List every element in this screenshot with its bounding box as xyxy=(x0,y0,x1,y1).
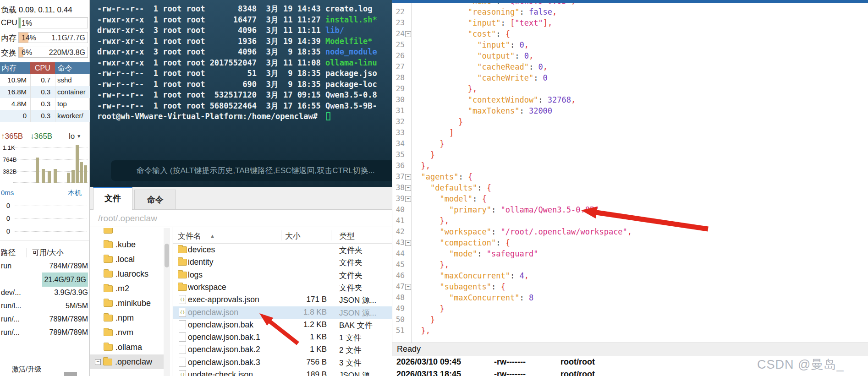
code-line[interactable]: "cost": { xyxy=(412,28,868,39)
code-line[interactable]: "mode": "safeguard" xyxy=(412,248,868,259)
line-number[interactable]: 47 xyxy=(392,281,411,292)
code-line[interactable]: }, xyxy=(412,83,868,94)
code-line[interactable]: } xyxy=(412,116,868,127)
directory-tree: .kube.local.luarocks.m2.minikube.npm.nvm… xyxy=(90,228,164,376)
tree-item-luarocks[interactable]: .luarocks xyxy=(90,267,164,281)
line-number[interactable]: 37 xyxy=(392,171,411,182)
code-line[interactable]: "reasoning": false, xyxy=(412,6,868,17)
tree-item-kube[interactable]: .kube xyxy=(90,237,164,252)
ping-target[interactable]: 本机 xyxy=(68,189,82,197)
code-line[interactable]: }, xyxy=(412,215,868,226)
tab-commands[interactable]: 命令 xyxy=(134,190,176,210)
code-line[interactable]: "primary": "ollama/Qwen3.5-0.8B" xyxy=(412,204,868,215)
tree-scrollbar-thumb[interactable] xyxy=(165,244,169,267)
process-col-cpu[interactable]: CPU xyxy=(30,62,55,74)
code-line[interactable]: "maxConcurrent": 4, xyxy=(412,270,868,281)
code-line[interactable]: } xyxy=(412,138,868,149)
cpu-gauge-fill xyxy=(19,18,21,28)
editor-status-bar: Ready xyxy=(392,343,868,356)
terminal-panel[interactable]: -rw-r--r-- 1 root root 8348 3月 19 14:43 … xyxy=(90,0,392,187)
expander-icon[interactable] xyxy=(95,359,101,365)
code-line[interactable]: "subagents": { xyxy=(412,281,868,292)
tree-item-npm[interactable]: .npm xyxy=(90,311,164,325)
code-line[interactable]: "agents": { xyxy=(412,171,868,182)
interface-dropdown[interactable]: lo xyxy=(69,132,81,141)
code-line[interactable]: } xyxy=(412,314,868,325)
tree-item-ollama[interactable]: .ollama xyxy=(90,340,164,354)
code-line[interactable]: }, xyxy=(412,325,868,336)
folder-icon xyxy=(104,228,113,234)
disk-row: dev/...3.9G/3.9G xyxy=(0,286,90,299)
upload-rate: ↑365B xyxy=(1,132,23,141)
line-number: 27 xyxy=(392,61,411,72)
file-icon xyxy=(179,358,186,367)
editor-body[interactable]: 2122232425262728293031323334353637383940… xyxy=(392,3,868,343)
line-number[interactable]: 43 xyxy=(392,237,411,248)
code-line[interactable]: }, xyxy=(412,160,868,171)
line-number[interactable]: 38 xyxy=(392,182,411,193)
tree-item-nvm[interactable]: .nvm xyxy=(90,325,164,340)
code-line[interactable]: "compaction": { xyxy=(412,237,868,248)
ping-row: 0 xyxy=(0,200,90,213)
code-line[interactable]: "cacheRead": 0, xyxy=(412,61,868,72)
tree-scrollbar[interactable] xyxy=(164,228,170,376)
tree-item-m2[interactable]: .m2 xyxy=(90,281,164,296)
tree-item-openclaw[interactable]: .openclaw xyxy=(90,354,164,369)
command-input-hint[interactable]: 命令输入 (按ALT键提示历史,TAB键路径,ESC键返回,双击CTRL切换..… xyxy=(111,160,392,181)
code-line[interactable]: "contextWindow": 32768, xyxy=(412,94,868,105)
process-row[interactable]: 10.9M0.7sshd xyxy=(0,74,90,86)
line-number: 31 xyxy=(392,105,411,116)
line-number: 21 xyxy=(392,3,411,6)
editor-code[interactable]: "name": "Qwen3.5-0.8B", "reasoning": fal… xyxy=(412,3,868,343)
code-line[interactable]: "maxConcurrent": 8 xyxy=(412,292,868,303)
memory-gauge-bar: 14% 1.1G/7.7G xyxy=(18,32,88,43)
process-col-command[interactable]: 命令 xyxy=(55,62,90,74)
line-number[interactable]: 24 xyxy=(392,28,411,39)
process-row[interactable]: 00.3kworker/ xyxy=(0,110,90,122)
terminal-prompt[interactable]: root@wh-VMware-Virtual-Platform:/home/op… xyxy=(97,111,392,122)
process-row[interactable]: 16.8M0.3container xyxy=(0,86,90,98)
line-number[interactable]: 39 xyxy=(392,193,411,204)
column-type[interactable]: 类型 xyxy=(339,231,355,241)
column-filename[interactable]: 文件名 xyxy=(178,231,201,241)
code-line[interactable]: "workspace": "/root/.openclaw/workspace"… xyxy=(412,226,868,237)
terminal-line: -rw-r--r-- 1 root root 5680522464 3月 17 … xyxy=(97,101,392,112)
line-number: 30 xyxy=(392,94,411,105)
code-line[interactable]: "output": 0, xyxy=(412,50,868,61)
terminal-line: -rw-r--r-- 1 root root 532517120 3月 17 0… xyxy=(97,90,392,101)
sort-asc-icon[interactable] xyxy=(210,231,215,240)
line-number: 36 xyxy=(392,160,411,171)
code-line[interactable]: "model": { xyxy=(412,193,868,204)
code-line[interactable]: "defaults": { xyxy=(412,182,868,193)
folder-icon xyxy=(104,329,113,336)
line-number: 40 xyxy=(392,204,411,215)
ping-latency: 0ms xyxy=(1,189,14,196)
code-line[interactable]: "name": "Qwen3.5-0.8B", xyxy=(412,3,868,6)
process-table-header[interactable]: 内存 CPU 命令 xyxy=(0,62,90,74)
process-row[interactable]: 4.8M0.3top xyxy=(0,98,90,110)
code-line[interactable]: ] xyxy=(412,127,868,138)
code-line[interactable]: "maxTokens": 32000 xyxy=(412,105,868,116)
tree-item-clipped[interactable] xyxy=(90,228,164,237)
code-line[interactable]: }, xyxy=(412,259,868,270)
column-size[interactable]: 大小 xyxy=(285,231,301,241)
code-line[interactable]: "input": ["text"], xyxy=(412,17,868,28)
folder-icon xyxy=(104,241,113,248)
code-line[interactable]: "cacheWrite": 0 xyxy=(412,72,868,83)
disk-row: run/...789M/789M xyxy=(0,326,90,339)
disk-table-header: 路径 可用/大小 xyxy=(0,246,90,259)
line-number: 51 xyxy=(392,325,411,336)
net-ylabel: 764B xyxy=(3,156,16,163)
tree-item-minikube[interactable]: .minikube xyxy=(90,296,164,311)
activate-upgrade-link[interactable]: 激活/升级 xyxy=(12,365,41,374)
process-col-memory[interactable]: 内存 xyxy=(0,62,30,74)
code-line[interactable]: "input": 0, xyxy=(412,39,868,50)
line-number: 46 xyxy=(392,270,411,281)
code-line[interactable]: } xyxy=(412,149,868,160)
folder-icon xyxy=(104,256,113,263)
tab-files[interactable]: 文件 xyxy=(93,187,132,210)
code-line[interactable]: } xyxy=(412,303,868,314)
json-editor-window[interactable]: 2122232425262728293031323334353637383940… xyxy=(392,0,868,356)
tree-list-divider[interactable] xyxy=(172,227,172,376)
tree-item-local[interactable]: .local xyxy=(90,252,164,267)
